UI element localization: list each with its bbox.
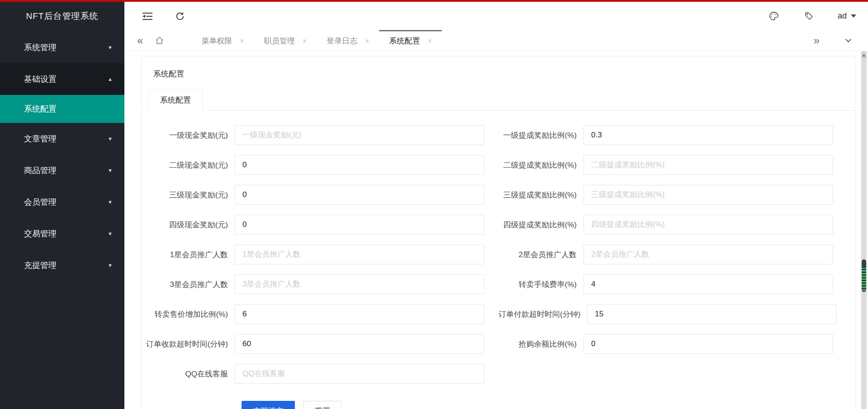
- form-row: 四级现金奖励(元) 四级提成奖励比例(%): [142, 215, 855, 235]
- scrollbar-thumb[interactable]: [862, 259, 866, 292]
- topbar: ad: [124, 2, 868, 30]
- vertical-scrollbar[interactable]: [861, 52, 867, 409]
- form-field: 转卖售价增加比例(%): [142, 304, 498, 324]
- level1-cash-reward-input[interactable]: [235, 125, 484, 145]
- form-field: 3星会员推广人数: [142, 274, 498, 294]
- tabs-menu-chevron-down-icon[interactable]: [839, 36, 858, 45]
- form-label: 二级现金奖励(元): [142, 160, 235, 170]
- sidebar-item-label: 商品管理: [24, 166, 57, 175]
- tab-label: 菜单权限: [201, 36, 232, 46]
- tab-label: 系统配置: [389, 36, 420, 46]
- form-row: 一级现金奖励(元) 一级提成奖励比例(%): [142, 125, 855, 145]
- tabbar-right: »: [808, 30, 868, 51]
- order-receipt-timeout-input[interactable]: [235, 334, 484, 354]
- user-menu[interactable]: ad: [838, 11, 856, 21]
- resale-price-increase-input[interactable]: [235, 304, 484, 324]
- level3-commission-ratio-input[interactable]: [583, 185, 833, 205]
- sidebar: NFT后台管理系统 系统管理 ▼ 基础设置 ▲ 系统配置 文章管理 ▼ 商品管理…: [0, 2, 124, 409]
- order-payment-timeout-input[interactable]: [587, 304, 837, 324]
- close-icon[interactable]: ×: [303, 38, 307, 45]
- level4-cash-reward-input[interactable]: [235, 215, 484, 235]
- tabs-scroll-left-icon[interactable]: «: [132, 30, 148, 51]
- form-label: 四级提成奖励比例(%): [498, 220, 583, 230]
- level4-commission-ratio-input[interactable]: [583, 215, 833, 235]
- flash-sale-balance-ratio-input[interactable]: [583, 334, 833, 354]
- form-label: 2星会员推广人数: [498, 249, 583, 260]
- form-label: 3星会员推广人数: [142, 279, 235, 290]
- content-area: 系统配置 系统配置 一级现金奖励(元) 一级提成奖励比例(%): [124, 53, 868, 409]
- star1-promoter-count-input[interactable]: [235, 244, 484, 264]
- tag-icon[interactable]: [802, 9, 816, 23]
- form-label: 1星会员推广人数: [142, 249, 235, 260]
- form-label: QQ在线客服: [142, 369, 235, 379]
- sidebar-item-label: 交易管理: [24, 229, 57, 238]
- form-label: 三级提成奖励比例(%): [498, 190, 583, 200]
- scrollbar-up-button[interactable]: [861, 52, 867, 59]
- level2-cash-reward-input[interactable]: [235, 155, 484, 175]
- form-field: 三级现金奖励(元): [142, 185, 498, 205]
- tab-label: 登录日志: [327, 36, 357, 46]
- sidebar-item-trade-management[interactable]: 交易管理 ▼: [0, 218, 124, 249]
- form-field: 一级提成奖励比例(%): [498, 125, 855, 145]
- sidebar-item-label: 文章管理: [24, 134, 57, 143]
- star3-promoter-count-input[interactable]: [235, 274, 484, 294]
- form-field: 四级现金奖励(元): [142, 215, 498, 235]
- top-accent-line: [0, 0, 868, 2]
- tab-login-logs[interactable]: 登录日志 ×: [317, 30, 379, 51]
- sidebar-item-article-management[interactable]: 文章管理 ▼: [0, 123, 124, 155]
- form-row: 三级现金奖励(元) 三级提成奖励比例(%): [142, 185, 855, 205]
- panel-tab-system-config[interactable]: 系统配置: [148, 89, 203, 111]
- sidebar-item-system-config[interactable]: 系统配置: [0, 95, 124, 123]
- level3-cash-reward-input[interactable]: [235, 185, 484, 205]
- level2-commission-ratio-input[interactable]: [583, 155, 833, 175]
- reset-button[interactable]: 重置: [304, 401, 342, 409]
- tab-menu-permissions[interactable]: 菜单权限 ×: [191, 30, 254, 51]
- level1-commission-ratio-input[interactable]: [583, 125, 833, 145]
- resale-fee-rate-input[interactable]: [583, 274, 833, 294]
- sidebar-item-label: 系统管理: [24, 43, 57, 52]
- close-icon[interactable]: ×: [240, 38, 244, 45]
- star2-promoter-count-input[interactable]: [583, 244, 833, 264]
- sidebar-item-basic-settings[interactable]: 基础设置 ▲: [0, 63, 124, 95]
- form-field: 订单收款超时时间(分钟): [142, 334, 498, 354]
- config-form: 一级现金奖励(元) 一级提成奖励比例(%) 二级现金奖励(元): [142, 111, 855, 409]
- submit-button[interactable]: 立即提交: [242, 401, 295, 409]
- form-label: 一级现金奖励(元): [142, 130, 235, 141]
- sidebar-subitem-label: 系统配置: [24, 104, 57, 113]
- form-row: QQ在线客服: [142, 364, 855, 384]
- user-name: ad: [838, 11, 847, 21]
- system-config-card: 系统配置 系统配置 一级现金奖励(元) 一级提成奖励比例(%): [141, 56, 856, 409]
- tab-staff-management[interactable]: 职员管理 ×: [254, 30, 317, 51]
- form-label: 抢购余额比例(%): [498, 339, 583, 349]
- form-label: 二级提成奖励比例(%): [498, 160, 583, 170]
- main-area: ad « 菜单权限 × 职员管理 × 登录: [124, 2, 868, 409]
- tab-system-config[interactable]: 系统配置 ×: [379, 30, 441, 51]
- sidebar-item-product-management[interactable]: 商品管理 ▼: [0, 155, 124, 186]
- form-label: 转卖手续费率(%): [498, 279, 583, 290]
- theme-palette-icon[interactable]: [767, 9, 781, 23]
- home-icon[interactable]: [148, 30, 171, 51]
- sidebar-item-deposit-withdraw-management[interactable]: 充提管理 ▼: [0, 249, 124, 281]
- sidebar-item-label: 会员管理: [24, 197, 57, 207]
- sidebar-toggle-icon[interactable]: [141, 9, 154, 23]
- caret-down-icon: ▼: [108, 155, 113, 186]
- close-icon[interactable]: ×: [427, 38, 432, 45]
- form-row: 转卖售价增加比例(%) 订单付款超时时间(分钟): [142, 304, 855, 324]
- tabs-scroll-right-icon[interactable]: »: [808, 34, 825, 47]
- form-label: 四级现金奖励(元): [142, 220, 235, 230]
- sidebar-item-system-management[interactable]: 系统管理 ▼: [0, 32, 124, 63]
- app-title: NFT后台管理系统: [0, 2, 124, 31]
- form-label: 三级现金奖励(元): [142, 190, 235, 200]
- caret-up-icon: ▲: [108, 63, 113, 95]
- form-label: 一级提成奖励比例(%): [498, 130, 583, 141]
- tab-label: 职员管理: [264, 36, 295, 46]
- qq-online-service-input[interactable]: [235, 364, 484, 384]
- sidebar-item-member-management[interactable]: 会员管理 ▼: [0, 186, 124, 218]
- close-icon[interactable]: ×: [365, 38, 369, 45]
- form-label: 订单付款超时时间(分钟): [498, 309, 587, 320]
- caret-down-icon: ▼: [108, 186, 113, 218]
- triangle-up-icon: [862, 54, 866, 56]
- panel-tab-strip: 系统配置: [142, 89, 855, 111]
- form-field: 二级提成奖励比例(%): [498, 155, 855, 175]
- refresh-icon[interactable]: [173, 9, 187, 23]
